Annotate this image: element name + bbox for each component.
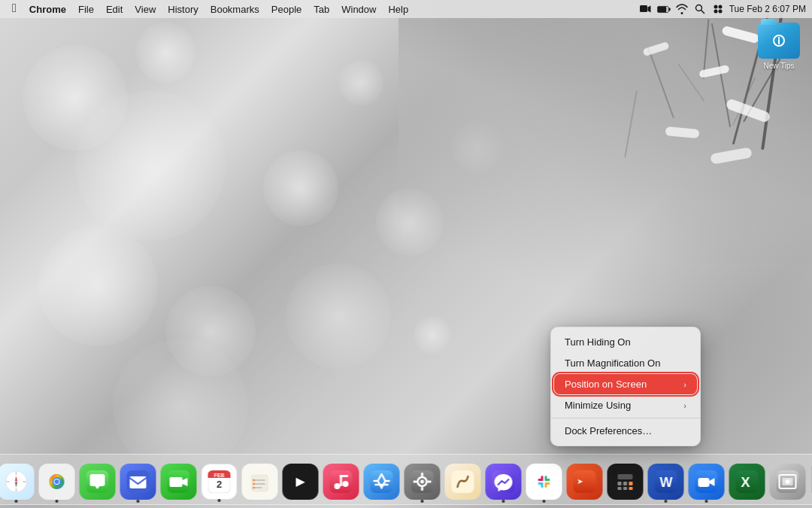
dock: FEB 2 ▶ bbox=[0, 454, 812, 505]
svg-rect-82 bbox=[541, 476, 544, 481]
new-tips-label: New Tips bbox=[763, 62, 794, 70]
svg-text:▶: ▶ bbox=[296, 475, 306, 488]
wifi-icon[interactable] bbox=[675, 2, 689, 16]
svg-text:➤: ➤ bbox=[577, 476, 583, 488]
menubar-help[interactable]: Help bbox=[383, 2, 414, 17]
dock-item-mail[interactable] bbox=[120, 464, 156, 500]
svg-rect-73 bbox=[414, 481, 417, 483]
svg-rect-74 bbox=[428, 481, 432, 483]
dock-item-freeform[interactable] bbox=[445, 464, 481, 500]
svg-rect-94 bbox=[623, 487, 627, 490]
dock-item-messenger[interactable] bbox=[486, 464, 522, 500]
menubar-history[interactable]: History bbox=[162, 2, 203, 17]
svg-rect-89 bbox=[618, 474, 633, 479]
dock-dot-mail bbox=[137, 500, 140, 503]
svg-line-5 bbox=[701, 11, 704, 14]
svg-point-6 bbox=[714, 5, 717, 9]
dock-item-chrome[interactable] bbox=[39, 464, 75, 500]
context-menu-turn-hiding-on[interactable]: Turn Hiding On bbox=[554, 332, 697, 352]
svg-text:FEB: FEB bbox=[214, 473, 225, 478]
svg-rect-92 bbox=[629, 482, 633, 485]
dock-item-reminders[interactable] bbox=[242, 464, 278, 500]
position-on-screen-chevron: › bbox=[683, 380, 686, 389]
dock-dot-chrome bbox=[56, 500, 59, 503]
dock-dot-zoom bbox=[705, 500, 708, 503]
svg-rect-46 bbox=[170, 477, 183, 487]
dock-item-safari[interactable] bbox=[0, 464, 35, 500]
menubar-edit[interactable]: Edit bbox=[101, 2, 128, 17]
svg-text:X: X bbox=[741, 475, 750, 490]
dock-dot-calendar bbox=[218, 499, 221, 502]
svg-rect-90 bbox=[618, 482, 622, 485]
dock-item-messages[interactable] bbox=[80, 464, 116, 500]
context-menu-separator bbox=[551, 418, 700, 418]
svg-rect-84 bbox=[541, 482, 544, 488]
svg-rect-91 bbox=[623, 482, 627, 485]
video-call-icon[interactable] bbox=[639, 2, 653, 16]
svg-rect-3 bbox=[668, 8, 670, 11]
svg-point-70 bbox=[420, 480, 424, 484]
menubar-tab[interactable]: Tab bbox=[308, 2, 335, 17]
svg-rect-72 bbox=[421, 487, 423, 491]
dock-item-screensnap[interactable] bbox=[770, 464, 806, 500]
new-tips-folder-icon bbox=[758, 23, 800, 59]
svg-rect-95 bbox=[629, 487, 633, 490]
search-icon[interactable] bbox=[693, 2, 707, 16]
menubar-apple[interactable]:  bbox=[6, 2, 23, 17]
menubar-view[interactable]: View bbox=[129, 2, 161, 17]
menubar:  Chrome File Edit View History Bookmark… bbox=[0, 0, 812, 18]
menubar-window[interactable]: Window bbox=[336, 2, 381, 17]
dock-item-zoom[interactable] bbox=[689, 464, 725, 500]
dock-item-prompt[interactable]: ➤ bbox=[567, 464, 603, 500]
battery-icon bbox=[657, 2, 671, 16]
svg-rect-2 bbox=[658, 6, 666, 11]
svg-rect-85 bbox=[545, 482, 547, 488]
dock-item-word[interactable]: W bbox=[648, 464, 684, 500]
svg-rect-93 bbox=[618, 487, 622, 490]
svg-point-7 bbox=[718, 5, 722, 9]
svg-text:2: 2 bbox=[217, 479, 222, 490]
dock-item-calculator[interactable] bbox=[607, 464, 644, 500]
svg-rect-71 bbox=[421, 473, 423, 476]
dock-item-systemprefs[interactable] bbox=[404, 464, 441, 500]
svg-rect-0 bbox=[640, 5, 647, 12]
svg-point-4 bbox=[695, 5, 701, 11]
dock-dot-messenger bbox=[502, 500, 505, 503]
dock-item-excel[interactable]: X bbox=[729, 464, 765, 500]
context-menu-position-on-screen[interactable]: Position on Screen › bbox=[554, 374, 697, 394]
menubar-clock: Tue Feb 2 6:07 PM bbox=[729, 4, 806, 14]
menubar-bookmarks[interactable]: Bookmarks bbox=[205, 2, 265, 17]
svg-text:W: W bbox=[660, 475, 673, 490]
dock-item-appstore[interactable] bbox=[364, 464, 400, 500]
dock-item-facetime[interactable] bbox=[161, 464, 197, 500]
svg-point-41 bbox=[55, 479, 59, 484]
control-center-icon[interactable] bbox=[711, 2, 725, 16]
dock-dot-word bbox=[665, 500, 668, 503]
dock-dot-systemprefs bbox=[421, 500, 424, 503]
svg-point-57 bbox=[253, 479, 255, 482]
svg-rect-99 bbox=[698, 478, 710, 487]
menubar-left:  Chrome File Edit View History Bookmark… bbox=[6, 2, 639, 17]
context-menu-turn-magnification-on[interactable]: Turn Magnification On bbox=[554, 353, 697, 373]
svg-point-105 bbox=[786, 479, 790, 484]
svg-point-58 bbox=[253, 483, 255, 485]
minimize-using-chevron: › bbox=[683, 401, 686, 410]
dock-dot-slack bbox=[543, 500, 546, 503]
svg-rect-66 bbox=[340, 475, 348, 477]
menubar-people[interactable]: People bbox=[266, 2, 307, 17]
menubar-file[interactable]: File bbox=[73, 2, 99, 17]
svg-point-63 bbox=[335, 483, 341, 489]
dock-item-music[interactable] bbox=[323, 464, 359, 500]
dock-dot-safari bbox=[15, 500, 18, 503]
dock-item-appletv[interactable]: ▶ bbox=[283, 464, 319, 500]
new-tips-desktop-icon[interactable]: New Tips bbox=[755, 23, 803, 70]
dock-context-menu: Turn Hiding On Turn Magnification On Pos… bbox=[550, 327, 701, 446]
svg-rect-83 bbox=[545, 476, 547, 481]
menubar-app-chrome[interactable]: Chrome bbox=[24, 2, 71, 17]
dock-item-slack[interactable] bbox=[526, 464, 562, 500]
context-menu-dock-preferences[interactable]: Dock Preferences… bbox=[554, 421, 697, 441]
svg-rect-44 bbox=[130, 476, 147, 488]
svg-point-64 bbox=[343, 481, 349, 487]
context-menu-minimize-using[interactable]: Minimize Using › bbox=[554, 395, 697, 415]
dock-item-calendar[interactable]: FEB 2 bbox=[201, 464, 238, 500]
